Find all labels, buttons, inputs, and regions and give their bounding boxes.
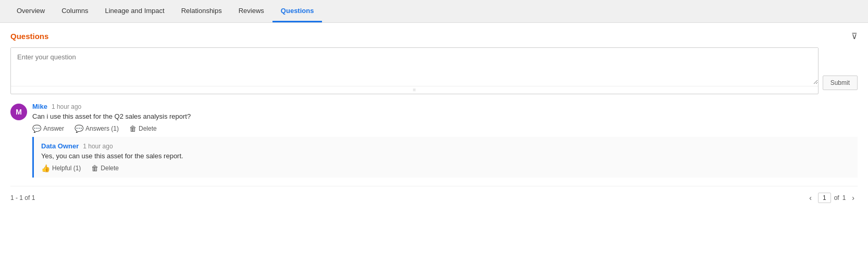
helpful-label: Helpful (1) <box>52 165 81 172</box>
chevron-left-icon: ‹ <box>809 194 812 202</box>
delete-question-label: Delete <box>139 125 157 132</box>
pagination-range: 1 - 1 <box>10 194 23 201</box>
question-input-wrapper: ≡ <box>10 47 819 94</box>
pagination-controls: ‹ 1 of 1 › <box>806 193 858 203</box>
delete-answer-label: Delete <box>101 165 119 172</box>
answer-button[interactable]: 💬 Answer <box>32 124 64 133</box>
pagination-bar: 1 - 1 of 1 ‹ 1 of 1 › <box>10 186 858 203</box>
table-row: M Mike 1 hour ago Can i use this asset f… <box>10 103 858 178</box>
tab-columns[interactable]: Columns <box>53 1 96 22</box>
prev-page-button[interactable]: ‹ <box>806 193 815 203</box>
question-input[interactable] <box>11 48 818 84</box>
pagination-total: 1 <box>32 194 35 201</box>
page-of-label: of <box>834 194 839 201</box>
delete-question-icon: 🗑 <box>129 124 137 133</box>
tab-relationships[interactable]: Relationships <box>173 1 230 22</box>
question-meta: Mike 1 hour ago <box>32 103 858 110</box>
question-form: ≡ Submit <box>10 47 858 94</box>
answer-text: Yes, you can use this asset for the sale… <box>41 152 850 160</box>
filter-icon[interactable]: ⊽ <box>851 31 858 41</box>
answer-timestamp: 1 hour ago <box>83 143 113 150</box>
resize-handle: ≡ <box>11 86 818 94</box>
question-text: Can i use this asset for the Q2 sales an… <box>32 112 858 120</box>
question-action-bar: 💬 Answer 💬 Answers (1) 🗑 Delete <box>32 124 858 133</box>
delete-answer-icon: 🗑 <box>91 164 98 172</box>
answers-label: Answers (1) <box>85 125 119 132</box>
answer-meta: Data Owner 1 hour ago <box>41 142 850 150</box>
tab-questions[interactable]: Questions <box>272 1 323 22</box>
question-body: Mike 1 hour ago Can i use this asset for… <box>32 103 858 178</box>
pagination-info: 1 - 1 of 1 <box>10 194 35 201</box>
submit-button[interactable]: Submit <box>823 75 858 90</box>
delete-question-button[interactable]: 🗑 Delete <box>129 124 157 133</box>
answers-icon: 💬 <box>75 124 83 133</box>
helpful-button[interactable]: 👍 Helpful (1) <box>41 164 81 172</box>
answer-icon: 💬 <box>32 124 41 133</box>
pagination-of-label: of <box>24 194 30 201</box>
section-header: Questions ⊽ <box>10 31 858 41</box>
answer-author[interactable]: Data Owner <box>41 142 79 150</box>
helpful-icon: 👍 <box>41 164 50 172</box>
answers-button[interactable]: 💬 Answers (1) <box>75 124 119 133</box>
chevron-right-icon: › <box>852 194 854 202</box>
current-page-box[interactable]: 1 <box>818 193 831 203</box>
answer-block: Data Owner 1 hour ago Yes, you can use t… <box>32 137 858 178</box>
main-content: Questions ⊽ ≡ Submit M Mike 1 hour ago C… <box>0 23 868 265</box>
tab-reviews[interactable]: Reviews <box>230 1 272 22</box>
next-page-button[interactable]: › <box>849 193 858 203</box>
tab-bar: Overview Columns Lineage and Impact Rela… <box>0 0 868 23</box>
tab-lineage[interactable]: Lineage and Impact <box>96 1 172 22</box>
tab-overview[interactable]: Overview <box>8 1 53 22</box>
question-author[interactable]: Mike <box>32 103 47 110</box>
questions-list: M Mike 1 hour ago Can i use this asset f… <box>10 103 858 178</box>
avatar: M <box>10 104 27 120</box>
total-pages: 1 <box>842 194 846 201</box>
submit-wrapper: Submit <box>823 47 858 94</box>
answer-action-bar: 👍 Helpful (1) 🗑 Delete <box>41 164 850 172</box>
answer-label: Answer <box>43 125 64 132</box>
question-timestamp: 1 hour ago <box>52 103 81 110</box>
section-title: Questions <box>10 32 48 41</box>
delete-answer-button[interactable]: 🗑 Delete <box>91 164 119 172</box>
